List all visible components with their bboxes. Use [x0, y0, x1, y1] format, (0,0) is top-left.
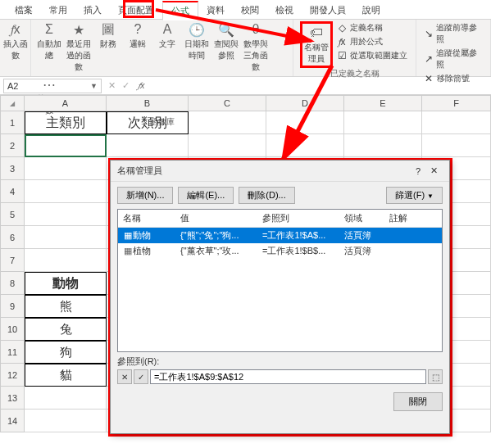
row-header-9[interactable]: 9 — [0, 295, 25, 318]
col-scope[interactable]: 領域 — [339, 210, 384, 227]
col-header-E[interactable]: E — [344, 95, 422, 111]
list-item[interactable]: ▦動物 {"熊";"兔";"狗... =工作表1!$A$... 活頁簿 — [118, 228, 442, 243]
define-name-button[interactable]: ◇定義名稱 — [334, 21, 409, 34]
dialog-close-button[interactable]: ✕ — [425, 164, 443, 178]
cell-A6[interactable] — [25, 226, 107, 249]
col-name[interactable]: 名稱 — [118, 210, 175, 227]
row-header-10[interactable]: 10 — [0, 318, 25, 341]
dialog-help-button[interactable]: ? — [411, 165, 425, 178]
row-header-8[interactable]: 8 — [0, 272, 25, 295]
select-all-corner[interactable]: ◢ — [0, 95, 25, 111]
name-list[interactable]: 名稱 值 參照到 領域 註解 ▦動物 {"熊";"兔";"狗... =工作表1!… — [117, 209, 443, 352]
remove-icon: ✕ — [423, 73, 434, 84]
cell-D1[interactable] — [266, 111, 344, 134]
row-header-2[interactable]: 2 — [0, 134, 25, 157]
row-header-3[interactable]: 3 — [0, 157, 25, 180]
row-header-11[interactable]: 11 — [0, 341, 25, 364]
create-from-selection-button[interactable]: ☑從選取範圍建立 — [334, 49, 409, 62]
col-refersto[interactable]: 參照到 — [257, 210, 339, 227]
cancel-ref-icon[interactable]: ✕ — [117, 369, 132, 384]
text-button[interactable]: A文字 — [154, 21, 180, 50]
cell-A5[interactable] — [25, 203, 107, 226]
cell-F2[interactable] — [422, 134, 491, 157]
cell-A4[interactable] — [25, 180, 107, 203]
edit-name-button[interactable]: 編輯(E)... — [178, 187, 234, 204]
cell-D2[interactable] — [266, 134, 344, 157]
tab-view[interactable]: 檢視 — [267, 2, 302, 19]
logical-button[interactable]: ?邏輯 — [125, 21, 151, 50]
list-header: 名稱 值 參照到 領域 註解 — [118, 210, 442, 228]
col-header-D[interactable]: D — [266, 95, 344, 111]
cell-A2[interactable] — [25, 134, 107, 157]
autosum-button[interactable]: Σ自動加總 — [36, 21, 62, 61]
cell-C2[interactable] — [189, 134, 266, 157]
col-header-C[interactable]: C — [189, 95, 266, 111]
recent-functions-button[interactable]: ★最近用過的函數 — [66, 21, 92, 73]
close-button[interactable]: 關閉 — [393, 392, 443, 411]
datetime-button[interactable]: 🕒日期和時間 — [184, 21, 210, 61]
cell-E2[interactable] — [344, 134, 422, 157]
cell-A7[interactable] — [25, 249, 107, 272]
insert-function-button[interactable]: 𝑓x 插入函數 — [2, 21, 29, 61]
remove-arrows-label: 移除箭號 — [437, 73, 470, 84]
remove-arrows-button[interactable]: ✕移除箭號 — [421, 72, 485, 85]
tab-home[interactable]: 常用 — [41, 2, 75, 19]
filter-label: 篩選(F) — [395, 190, 425, 200]
name-manager-button[interactable]: 🏷 名稱管理員 — [303, 25, 330, 65]
col-comment[interactable]: 註解 — [384, 210, 442, 227]
financial-label: 財務 — [100, 38, 116, 50]
sigma-icon: Σ — [41, 21, 57, 38]
col-header-F[interactable]: F — [422, 95, 491, 111]
row-header-6[interactable]: 6 — [0, 226, 25, 249]
trace-precedents-button[interactable]: ↘追蹤前導參照 — [421, 21, 485, 46]
col-header-B[interactable]: B — [107, 95, 189, 111]
tab-help[interactable]: 說明 — [354, 2, 389, 19]
name-manager-label: 名稱管理員 — [303, 42, 330, 65]
cell-F1[interactable] — [422, 111, 491, 134]
refers-to-input[interactable] — [150, 369, 426, 384]
row-header-1[interactable]: 1 — [0, 111, 25, 134]
lookup-button[interactable]: 🔍查閱與參照 — [213, 21, 239, 61]
question-icon: ? — [130, 21, 146, 38]
trace-dependents-button[interactable]: ↗追蹤從屬參照 — [421, 47, 485, 71]
cell-E1[interactable] — [344, 111, 422, 134]
clock-icon: 🕒 — [189, 21, 205, 38]
row-header-4[interactable]: 4 — [0, 180, 25, 203]
cell-B1[interactable]: 次類別 — [107, 111, 189, 134]
item-scope: 活頁簿 — [339, 244, 384, 258]
tab-insert[interactable]: 插入 — [75, 2, 110, 19]
accept-ref-icon[interactable]: ✓ — [134, 369, 148, 384]
cell-A12[interactable]: 貓 — [25, 364, 107, 387]
cell-A3[interactable] — [25, 157, 107, 180]
cell-A8[interactable]: 動物 — [25, 272, 107, 295]
filter-button[interactable]: 篩選(F)▼ — [386, 187, 443, 204]
list-item[interactable]: ▦植物 {"薰衣草";"玫... =工作表1!$B$... 活頁簿 — [118, 243, 442, 259]
collapse-dialog-icon[interactable]: ⬚ — [428, 369, 443, 384]
tab-layout[interactable]: 頁面配置 — [110, 2, 162, 19]
tab-file[interactable]: 檔案 — [7, 2, 41, 19]
cell-A14[interactable] — [25, 410, 107, 432]
cell-A10[interactable]: 兔 — [25, 318, 107, 341]
financial-button[interactable]: 圖財務 — [95, 21, 121, 50]
cell-C1[interactable] — [189, 111, 266, 134]
cell-A1[interactable]: 主類別 — [25, 111, 107, 134]
row-header-13[interactable]: 13 — [0, 387, 25, 410]
delete-name-button[interactable]: 刪除(D)... — [239, 187, 294, 204]
col-header-A[interactable]: A — [25, 95, 107, 111]
row-header-12[interactable]: 12 — [0, 364, 25, 387]
col-value[interactable]: 值 — [175, 210, 257, 227]
cell-B2[interactable] — [107, 134, 189, 157]
new-name-button[interactable]: 新增(N)... — [117, 187, 173, 204]
cell-A11[interactable]: 狗 — [25, 341, 107, 364]
tab-data[interactable]: 資料 — [198, 2, 233, 19]
row-header-7[interactable]: 7 — [0, 249, 25, 272]
tab-review[interactable]: 校閱 — [233, 2, 267, 19]
row-header-5[interactable]: 5 — [0, 203, 25, 226]
tab-dev[interactable]: 開發人員 — [302, 2, 354, 19]
use-in-formula-button[interactable]: 𝑓x用於公式 — [334, 35, 409, 48]
math-button[interactable]: θ數學與三角函數 — [243, 21, 269, 73]
row-header-14[interactable]: 14 — [0, 410, 25, 432]
tab-formulas[interactable]: 公式 — [162, 1, 198, 20]
cell-A9[interactable]: 熊 — [25, 295, 107, 318]
cell-A13[interactable] — [25, 387, 107, 410]
